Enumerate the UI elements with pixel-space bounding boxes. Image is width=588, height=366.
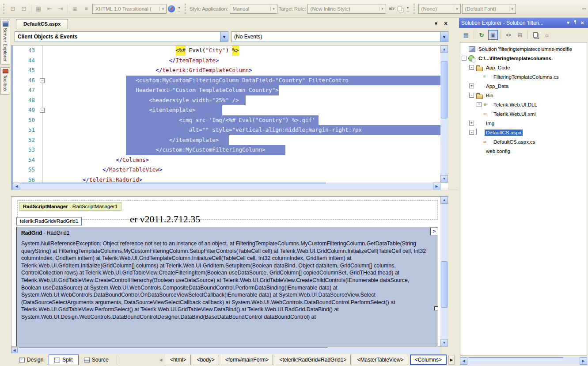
collapse-icon[interactable]: -: [462, 56, 467, 61]
toolbar-grip[interactable]: [3, 4, 5, 14]
view-code-icon[interactable]: <>: [504, 30, 513, 40]
tree-row[interactable]: +Telerik.Web.UI.DLL: [460, 100, 587, 109]
numbered-list-icon[interactable]: ≡: [81, 4, 91, 14]
doctype-dropdown[interactable]: XHTML 1.0 Transitional ( ▾: [92, 4, 167, 14]
design-horizontal-scrollbar[interactable]: ◀: [11, 347, 440, 353]
split-view-divider[interactable]: [11, 190, 457, 196]
scroll-track[interactable]: [18, 347, 440, 353]
view-button-design[interactable]: Design: [14, 355, 49, 365]
document-outline-icon[interactable]: ▤: [34, 4, 43, 14]
breadcrumb-scroll-left-icon[interactable]: ◀: [158, 355, 164, 365]
tree-row[interactable]: web.config: [460, 146, 587, 156]
fold-collapse-icon[interactable]: -: [40, 108, 45, 113]
scroll-left-icon[interactable]: ◀: [13, 183, 20, 190]
code-lines[interactable]: 43 <%# Eval("City") %>44 </ItemTemplate>…: [13, 46, 440, 183]
scroll-track[interactable]: [467, 357, 580, 365]
object-dropdown[interactable]: Client Objects & Events ▼: [15, 31, 228, 42]
toolbar-overflow-icon[interactable]: ▾_: [176, 4, 182, 13]
css-class-dropdown[interactable]: (None) ▾: [418, 4, 461, 14]
style-application-dropdown[interactable]: Manual ▾: [230, 4, 277, 14]
collapse-icon[interactable]: -: [469, 65, 474, 70]
code-line[interactable]: 43 <%# Eval("City") %>: [13, 46, 440, 56]
scroll-thumb[interactable]: [468, 357, 563, 358]
auto-hide-pin-icon[interactable]: [572, 20, 579, 26]
solution-horizontal-scrollbar[interactable]: ◀ ▶: [460, 357, 587, 365]
smart-tag-button[interactable]: >: [430, 228, 438, 235]
breadcrumb-tag[interactable]: <MasterTableView>: [353, 355, 408, 365]
toolbar-grip[interactable]: [185, 4, 187, 14]
code-line[interactable]: 53 </custom:MyCustomFilteringColumn>: [13, 145, 440, 155]
solution-tree[interactable]: Solution 'filteringtemplatecolumns-modif…: [460, 42, 587, 355]
outdent-icon[interactable]: ⇤: [45, 4, 54, 14]
scroll-thumb[interactable]: [19, 347, 328, 348]
view-button-split[interactable]: Split: [49, 355, 78, 365]
breadcrumb-tag[interactable]: <body>: [193, 355, 219, 365]
expand-icon[interactable]: +: [469, 121, 474, 126]
radgrid-error-panel[interactable]: RadGrid - RadGrid1 System.NullReferenceE…: [16, 227, 437, 347]
tree-row[interactable]: Solution 'filteringtemplatecolumns-modif…: [460, 44, 587, 53]
code-line[interactable]: 50 <img src='Img/<%# Eval("Country") %>.…: [13, 115, 440, 126]
code-line[interactable]: 44 </ItemTemplate>: [13, 56, 440, 66]
resize-handle[interactable]: [434, 306, 438, 310]
scroll-left-icon[interactable]: ◀: [11, 347, 18, 353]
toolbar-overflow-icon[interactable]: ▾_: [405, 4, 411, 13]
scroll-thumb[interactable]: [441, 261, 448, 308]
solution-explorer-titlebar[interactable]: Solution Explorer - Solution 'filteri...…: [459, 18, 588, 28]
window-position-chevron-icon[interactable]: ▼: [565, 20, 572, 25]
breadcrumb-tag[interactable]: <form#mainForm>: [221, 355, 273, 365]
design-vertical-scrollbar[interactable]: ▲ ▼: [440, 196, 448, 347]
breadcrumb-tag[interactable]: <html>: [166, 355, 191, 365]
code-horizontal-scrollbar[interactable]: ◀ ▶: [13, 183, 440, 190]
scroll-right-icon[interactable]: ▶: [580, 357, 587, 365]
tree-row[interactable]: DefaultCS.aspx.cs: [460, 137, 587, 146]
code-line[interactable]: 45 </telerik:GridTemplateColumn>: [13, 65, 440, 76]
tree-row[interactable]: -DefaultCS.aspx: [460, 128, 587, 137]
apply-styles-icon[interactable]: ab∕: [387, 6, 396, 11]
close-document-icon[interactable]: ×: [442, 20, 449, 27]
code-line[interactable]: 54 </Columns>: [13, 155, 440, 165]
toolbar-grip[interactable]: [413, 4, 416, 14]
fold-collapse-icon[interactable]: -: [40, 78, 45, 83]
expand-icon[interactable]: +: [469, 84, 474, 88]
breadcrumb-tag[interactable]: <telerik:RadGrid#RadGrid1>: [275, 355, 351, 365]
bullet-list-icon[interactable]: ≣: [70, 4, 80, 14]
scroll-right-icon[interactable]: ▶: [433, 183, 440, 190]
source-code-view[interactable]: 43 <%# Eval("City") %>44 </ItemTemplate>…: [11, 45, 448, 190]
scroll-track[interactable]: [440, 53, 448, 175]
tree-row[interactable]: +Img: [460, 118, 587, 128]
refresh-icon[interactable]: ↻: [477, 30, 486, 40]
code-line[interactable]: 52 </itemtemplate>: [13, 135, 440, 145]
target-rule-dropdown[interactable]: (New Inline Style) ▾: [307, 4, 386, 14]
copy-website-icon[interactable]: [531, 30, 540, 40]
scroll-up-icon[interactable]: ▲: [440, 46, 448, 53]
scroll-down-icon[interactable]: ▼: [440, 175, 448, 183]
font-dropdown[interactable]: (Default Font) ▾: [462, 4, 516, 14]
tree-row[interactable]: Telerik.Web.UI.xml: [460, 109, 587, 118]
scroll-thumb[interactable]: [441, 61, 448, 118]
scroll-left-icon[interactable]: ◀: [460, 357, 467, 365]
breadcrumb-tag[interactable]: <Columns>: [410, 355, 447, 365]
manage-styles-icon[interactable]: [398, 7, 402, 11]
browser-preview2-icon[interactable]: ⊡: [19, 4, 29, 14]
scroll-track[interactable]: [20, 183, 433, 190]
scroll-up-icon[interactable]: ▲: [440, 196, 448, 204]
design-view[interactable]: RadScriptManager - RadScriptManager1 er …: [11, 196, 448, 347]
tree-row[interactable]: +App_Data: [460, 81, 587, 91]
indent-icon[interactable]: ⇥: [56, 4, 65, 14]
view-designer-icon[interactable]: ⊞: [515, 30, 525, 40]
tree-row[interactable]: -App_Code: [460, 63, 587, 72]
code-line[interactable]: 51 alt="" style="vertical-align:middle;m…: [13, 125, 440, 135]
validation-icon[interactable]: [168, 5, 175, 12]
view-button-source[interactable]: Source: [79, 355, 114, 365]
aspnet-configuration-icon[interactable]: ☼: [542, 30, 552, 40]
code-line[interactable]: 55 </MasterTableView>: [13, 165, 440, 175]
tree-row[interactable]: FilteringTemplateColumns.cs: [460, 72, 587, 81]
tree-row[interactable]: -Bin: [460, 91, 587, 100]
nest-related-files-icon[interactable]: ▣: [488, 30, 498, 40]
tab-defaultcs-aspx[interactable]: DefaultCS.aspx: [16, 19, 68, 29]
active-files-chevron-icon[interactable]: ▼: [432, 20, 440, 27]
collapse-icon[interactable]: -: [469, 93, 474, 98]
scroll-track[interactable]: [440, 204, 448, 339]
scroll-down-icon[interactable]: ▼: [440, 339, 448, 347]
code-line[interactable]: 49- <itemtemplate>: [13, 105, 440, 115]
